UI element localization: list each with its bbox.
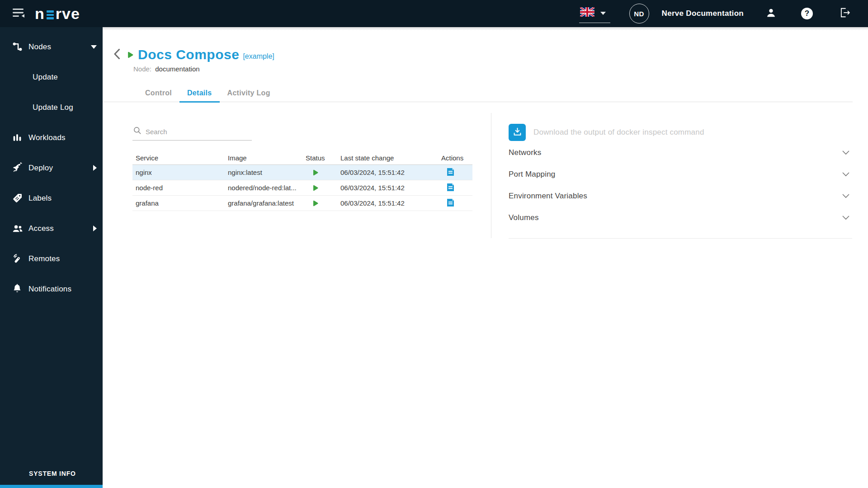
- sidebar: NodesUpdateUpdate LogWorkloadsDeployLabe…: [0, 27, 103, 488]
- sidebar-item-deploy[interactable]: Deploy: [0, 153, 103, 183]
- document-icon: [447, 168, 454, 178]
- play-status-icon: [313, 185, 318, 191]
- sidebar-item-label: Nodes: [28, 42, 51, 52]
- sidebar-item-update-log[interactable]: Update Log: [0, 92, 103, 122]
- sidebar-item-nodes[interactable]: Nodes: [0, 32, 103, 62]
- sidebar-item-update[interactable]: Update: [0, 62, 103, 92]
- column-header-status: Status: [306, 154, 340, 162]
- user-menu-button[interactable]: [765, 7, 777, 20]
- table-row[interactable]: grafanagrafana/grafana:latest06/03/2024,…: [132, 196, 472, 211]
- logs-action-button[interactable]: [447, 168, 454, 178]
- table-row[interactable]: nginxnginx:latest06/03/2024, 15:51:42: [132, 165, 472, 180]
- image-cell: grafana/grafana:latest: [228, 199, 306, 207]
- chevron-down-icon: [842, 170, 849, 178]
- actions-cell: [441, 198, 469, 208]
- logout-button[interactable]: [839, 7, 851, 20]
- column-header-service: Service: [136, 154, 228, 162]
- actions-cell: [441, 168, 469, 178]
- workload-version-tag: [example]: [243, 52, 274, 61]
- node-value: documentation: [155, 65, 199, 73]
- service-name-cell: grafana: [136, 199, 228, 207]
- chevron-right-icon: [93, 165, 97, 171]
- play-status-icon: [313, 200, 318, 206]
- nerve-logo[interactable]: n rve: [35, 5, 80, 23]
- access-icon: [12, 223, 24, 234]
- page-title: Docs Compose: [138, 47, 239, 62]
- caret-down-icon: [600, 9, 606, 17]
- search-input[interactable]: [146, 128, 245, 136]
- chevron-down-icon: [842, 214, 849, 222]
- logs-action-button[interactable]: [447, 198, 454, 208]
- sidebar-item-label: Access: [28, 224, 54, 233]
- tab-control[interactable]: Control: [137, 85, 179, 102]
- chevron-right-icon: [93, 225, 97, 231]
- help-button[interactable]: ?: [801, 8, 813, 19]
- deploy-icon: [12, 162, 23, 174]
- section-label: Networks: [509, 148, 541, 157]
- nodes-icon: [12, 41, 23, 52]
- document-icon: [447, 198, 454, 208]
- caret-down-icon: [91, 45, 97, 49]
- download-inspect-button[interactable]: [509, 124, 526, 141]
- tabs: ControlDetailsActivity Log: [103, 85, 853, 102]
- column-header-last-state-change: Last state change: [340, 154, 441, 162]
- column-header-actions: Actions: [441, 154, 469, 162]
- status-cell: [306, 185, 340, 191]
- sidebar-collapse-button[interactable]: [13, 8, 25, 19]
- section-environment-variables[interactable]: Environment Variables: [509, 185, 852, 207]
- workloads-icon: [12, 132, 23, 143]
- sidebar-item-access[interactable]: Access: [0, 213, 103, 244]
- section-label: Port Mapping: [509, 170, 556, 179]
- section-label: Volumes: [509, 213, 539, 222]
- uk-flag-icon: [580, 7, 594, 19]
- avatar[interactable]: ND: [629, 4, 649, 23]
- download-icon: [512, 127, 523, 138]
- play-status-icon: [313, 169, 318, 176]
- sidebar-item-label: Update Log: [33, 103, 73, 112]
- node-label: Node:: [133, 65, 151, 73]
- logo-text-start: n: [35, 5, 45, 23]
- chevron-down-icon: [842, 149, 849, 157]
- last-state-change-cell: 06/03/2024, 15:51:42: [340, 199, 441, 207]
- panel-bottom-divider: [509, 238, 852, 239]
- sidebar-item-labels[interactable]: Labels: [0, 183, 103, 213]
- table-row[interactable]: node-rednodered/node-red:lat...06/03/202…: [132, 180, 472, 196]
- hamburger-menu-icon: [13, 8, 25, 19]
- download-label: Download the output of docker inspect co…: [533, 128, 704, 137]
- table-header-row: ServiceImageStatusLast state changeActio…: [132, 151, 472, 165]
- system-info-button[interactable]: SYSTEM INFO: [29, 470, 76, 477]
- section-port-mapping[interactable]: Port Mapping: [509, 164, 852, 185]
- avatar-initials: ND: [634, 10, 644, 18]
- section-volumes[interactable]: Volumes: [509, 207, 852, 229]
- actions-cell: [441, 183, 469, 193]
- sidebar-item-label: Deploy: [28, 164, 53, 173]
- image-cell: nginx:latest: [228, 169, 306, 176]
- sidebar-item-notifications[interactable]: Notifications: [0, 274, 103, 304]
- chevron-right-icon: [93, 225, 97, 231]
- vertical-divider: [491, 113, 491, 238]
- services-table: ServiceImageStatusLast state changeActio…: [132, 151, 472, 211]
- section-networks[interactable]: Networks: [509, 142, 852, 164]
- language-selector[interactable]: [579, 5, 610, 23]
- tab-details[interactable]: Details: [179, 85, 220, 102]
- column-header-image: Image: [228, 154, 306, 162]
- sidebar-item-workloads[interactable]: Workloads: [0, 122, 103, 153]
- workload-status-play-icon: [127, 52, 133, 58]
- docker-inspect-panel: Download the output of docker inspect co…: [509, 123, 852, 239]
- chevron-right-icon: [93, 165, 97, 171]
- back-button[interactable]: [114, 49, 120, 61]
- sidebar-item-remotes[interactable]: Remotes: [0, 244, 103, 274]
- sidebar-item-label: Update: [33, 73, 58, 82]
- service-name-cell: nginx: [136, 169, 228, 176]
- help-icon: ?: [801, 8, 813, 19]
- tab-activity-log[interactable]: Activity Log: [220, 85, 278, 102]
- service-name-cell: node-red: [136, 184, 228, 192]
- download-row: Download the output of docker inspect co…: [509, 123, 852, 142]
- main-content: Docs Compose [example] Node: documentati…: [103, 27, 868, 488]
- logo-text-end: rve: [56, 5, 80, 23]
- logs-action-button[interactable]: [447, 183, 454, 193]
- account-name: Nerve Documentation: [662, 9, 744, 18]
- last-state-change-cell: 06/03/2024, 15:51:42: [340, 169, 441, 176]
- workload-title-row: Docs Compose [example]: [114, 47, 274, 62]
- sidebar-item-label: Remotes: [28, 254, 60, 263]
